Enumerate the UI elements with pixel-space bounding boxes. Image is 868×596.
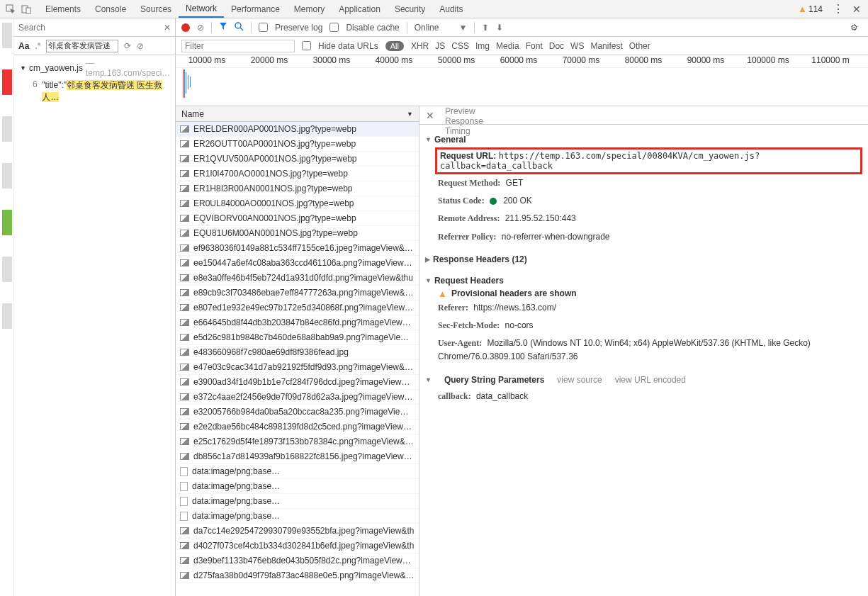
- image-icon: [180, 155, 189, 162]
- tab-sources[interactable]: Sources: [133, 0, 179, 18]
- request-row[interactable]: ee150447a6ef4c08aba363ccd461106a.png?ima…: [176, 256, 419, 271]
- tab-audits[interactable]: Audits: [432, 0, 470, 18]
- download-har-icon[interactable]: ⬇: [496, 23, 503, 33]
- request-row[interactable]: e25c17629d5f4fe18973f153bb78384c.png?ima…: [176, 434, 419, 449]
- image-icon: [180, 378, 189, 386]
- filter-other[interactable]: Other: [629, 41, 650, 51]
- result-filename: cm_yaowen.js: [29, 63, 83, 73]
- tab-console[interactable]: Console: [88, 0, 133, 18]
- request-row[interactable]: d4027f073cef4cb1b334d302841b6efd.jpeg?im…: [176, 539, 419, 553]
- image-icon: [180, 319, 189, 326]
- inspect-icon[interactable]: [3, 1, 18, 17]
- file-icon: [180, 497, 188, 506]
- request-row[interactable]: e664645bd8f44db3b203847b84ec86fd.png?ima…: [176, 315, 419, 330]
- detail-tab-preview[interactable]: Preview: [438, 106, 490, 116]
- request-row[interactable]: e32005766b984da0ba5a20bccac8a235.png?ima…: [176, 405, 419, 420]
- refresh-icon[interactable]: ⟳: [124, 41, 131, 51]
- request-row[interactable]: data:image/png;base…: [176, 479, 419, 494]
- throttle-select[interactable]: Online: [415, 23, 439, 33]
- name-column-header[interactable]: Name▼: [176, 106, 419, 122]
- filter-all[interactable]: All: [385, 41, 404, 51]
- panel-tabs: ElementsConsoleSourcesNetworkPerformance…: [38, 0, 470, 18]
- tab-elements[interactable]: Elements: [38, 0, 88, 18]
- filter-js[interactable]: JS: [435, 41, 445, 51]
- search-query-input[interactable]: [46, 40, 118, 52]
- image-icon: [180, 230, 189, 237]
- filter-img[interactable]: Img: [475, 41, 490, 51]
- file-icon: [180, 512, 188, 521]
- request-row[interactable]: e483660968f7c980ae69df8f9386fead.jpg: [176, 345, 419, 360]
- request-row[interactable]: e5d26c981b9848c7b460de68a8bab9a9.png?ima…: [176, 330, 419, 345]
- tab-performance[interactable]: Performance: [224, 0, 287, 18]
- record-button[interactable]: [181, 23, 190, 32]
- hide-data-urls-checkbox[interactable]: [302, 41, 311, 50]
- request-row[interactable]: e3900ad34f1d49b1b1e7cf284f796dcd.jpeg?im…: [176, 375, 419, 390]
- request-row[interactable]: e807ed1e932e49ec97b172e5d340868f.png?ima…: [176, 300, 419, 315]
- warning-count[interactable]: ▲114: [798, 4, 823, 14]
- query-params-section[interactable]: ▼Query String Parametersview sourceview …: [425, 372, 862, 388]
- close-detail-icon[interactable]: ✕: [422, 110, 438, 121]
- request-row[interactable]: e2e2dbae56bc484c898139fd8d2c5ced.png?ima…: [176, 420, 419, 434]
- search-input[interactable]: [18, 21, 159, 35]
- request-row[interactable]: d3e9bef1133b476eb8de043b505f8d2c.png?ima…: [176, 553, 419, 568]
- request-row[interactable]: EQVIBORV00AN0001NOS.jpg?type=webp: [176, 211, 419, 226]
- filter-xhr[interactable]: XHR: [411, 41, 429, 51]
- request-row[interactable]: e372c4aae2f2456e9de7f09d78d62a3a.jpeg?im…: [176, 390, 419, 405]
- filter-manifest[interactable]: Manifest: [590, 41, 622, 51]
- request-row[interactable]: data:image/png;base…: [176, 509, 419, 524]
- request-row[interactable]: data:image/png;base…: [176, 494, 419, 509]
- request-row[interactable]: ER0UL84000AO0001NOS.jpg?type=webp: [176, 196, 419, 211]
- view-encoded-link[interactable]: view URL encoded: [615, 375, 686, 385]
- tab-security[interactable]: Security: [388, 0, 432, 18]
- response-headers-section[interactable]: ▶Response Headers (12): [425, 252, 862, 267]
- status-dot-icon: [490, 198, 497, 205]
- waterfall-overview[interactable]: 10000 ms20000 ms30000 ms40000 ms50000 ms…: [176, 55, 868, 106]
- disable-cache-checkbox[interactable]: [329, 23, 339, 32]
- tab-network[interactable]: Network: [179, 0, 224, 18]
- request-row[interactable]: e89cb9c3f703486ebae7eff84777263a.png?ima…: [176, 286, 419, 300]
- request-row[interactable]: EQU81U6M00AN0001NOS.jpg?type=webp: [176, 226, 419, 241]
- filter-media[interactable]: Media: [496, 41, 519, 51]
- general-section[interactable]: ▼General: [425, 132, 862, 147]
- request-row[interactable]: ERELDER000AP0001NOS.jpg?type=webp: [176, 122, 419, 137]
- regex-toggle[interactable]: .*: [35, 41, 40, 51]
- close-icon[interactable]: ✕: [852, 4, 861, 15]
- tab-memory[interactable]: Memory: [287, 0, 332, 18]
- filter-input[interactable]: [181, 40, 295, 52]
- settings-icon[interactable]: ⚙: [845, 23, 862, 33]
- request-row[interactable]: ER1I0I4700AO0001NOS.jpg?type=webp: [176, 167, 419, 181]
- request-row[interactable]: ER1H8I3R00AN0001NOS.jpg?type=webp: [176, 181, 419, 196]
- request-row[interactable]: e8e3a0ffe46b4f5eb724d1a931d0fdfd.png?ima…: [176, 271, 419, 286]
- image-icon: [180, 408, 189, 415]
- request-headers-section[interactable]: ▼Request Headers: [425, 273, 862, 288]
- result-file[interactable]: ▼ cm_yaowen.js — temp.163.com/speci…: [20, 58, 169, 78]
- search-toggle-icon[interactable]: [235, 22, 244, 33]
- view-source-link[interactable]: view source: [557, 375, 602, 385]
- case-toggle[interactable]: Aa: [18, 41, 29, 51]
- preserve-log-checkbox[interactable]: [259, 23, 268, 32]
- filter-doc[interactable]: Doc: [549, 41, 564, 51]
- request-row[interactable]: da7cc14e29254729930799e93552bfa.jpeg?ima…: [176, 524, 419, 539]
- request-row[interactable]: data:image/png;base…: [176, 464, 419, 479]
- more-menu-icon[interactable]: ⋮: [833, 2, 844, 16]
- clear-search-icon[interactable]: ✕: [164, 23, 171, 33]
- request-row[interactable]: e47e03c9cac341d7ab92192f5fdf9d93.png?ima…: [176, 360, 419, 375]
- clear-icon[interactable]: ⊘: [137, 41, 144, 51]
- device-toggle-icon[interactable]: [18, 1, 34, 17]
- tab-application[interactable]: Application: [332, 0, 388, 18]
- request-row[interactable]: db856c1a7d814939af9b168822fc8156.jpeg?im…: [176, 449, 419, 464]
- filter-css[interactable]: CSS: [451, 41, 469, 51]
- request-row[interactable]: ef9638036f0149a881c534ff7155ce16.jpeg?im…: [176, 241, 419, 256]
- result-line[interactable]: 6 "title":"邻桌食客发病昏迷 医生救人…: [20, 78, 169, 105]
- request-row[interactable]: d275faa38b0d49f79fa873ac4888e0e5.png?ima…: [176, 568, 419, 583]
- filter-bar: Hide data URLs All XHRJSCSSImgMediaFontD…: [176, 37, 868, 55]
- filter-font[interactable]: Font: [526, 41, 543, 51]
- filter-ws[interactable]: WS: [570, 41, 584, 51]
- filter-toggle-icon[interactable]: [219, 22, 227, 33]
- provisional-warning: Provisional headers are shown: [451, 288, 577, 298]
- clear-log-icon[interactable]: ⊘: [197, 23, 204, 33]
- request-row[interactable]: ER26OUTT00AP0001NOS.jpg?type=webp: [176, 137, 419, 152]
- devtools-topbar: ElementsConsoleSourcesNetworkPerformance…: [0, 0, 868, 18]
- request-row[interactable]: ER1QVUV500AP0001NOS.jpg?type=webp: [176, 152, 419, 167]
- upload-har-icon[interactable]: ⬆: [482, 23, 489, 33]
